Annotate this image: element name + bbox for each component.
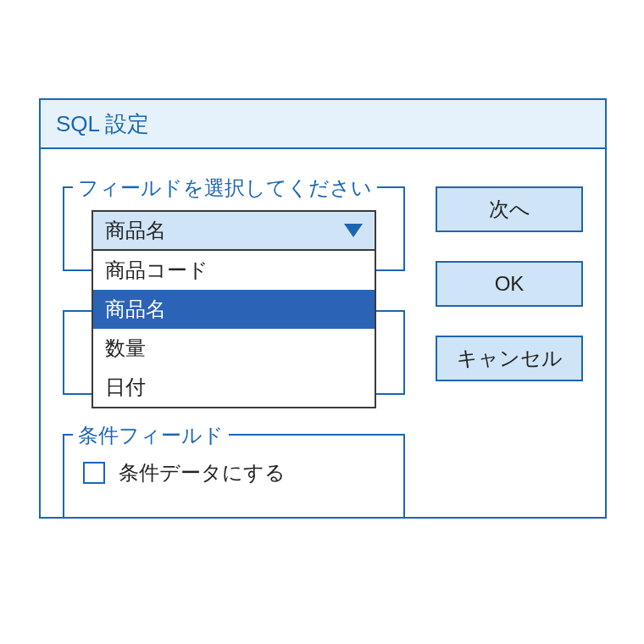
next-button-label: 次へ [489,196,530,223]
ok-button-label: OK [495,272,525,296]
field-option-1[interactable]: 商品名 [93,290,375,329]
field-option-label: 日付 [105,374,146,401]
chevron-down-icon [344,224,363,237]
field-select-dropdown[interactable]: 商品コード 商品名 数量 日付 [92,251,376,408]
stage: SQL 設定 フィールドを選択してください 条件フィールド 条件データにする 商… [0,0,644,644]
fieldset-condition-legend: 条件フィールド [73,422,229,449]
dialog-body: フィールドを選択してください 条件フィールド 条件データにする 商品名 商品コー… [41,149,605,517]
condition-checkbox-row[interactable]: 条件データにする [83,459,286,486]
field-option-label: 商品名 [105,296,166,323]
dialog-titlebar: SQL 設定 [41,100,605,149]
fieldset-condition-field: 条件フィールド 条件データにする [63,434,405,519]
field-select-value: 商品名 [105,217,166,244]
condition-checkbox-label: 条件データにする [119,459,286,486]
dialog-title: SQL 設定 [56,109,149,139]
cancel-button[interactable]: キャンセル [436,336,583,381]
field-option-2[interactable]: 数量 [93,329,375,368]
condition-checkbox[interactable] [83,462,105,484]
field-option-label: 数量 [105,335,146,362]
sql-settings-dialog: SQL 設定 フィールドを選択してください 条件フィールド 条件データにする 商… [39,98,607,519]
fieldset-select-field-legend: フィールドを選択してください [73,175,377,202]
field-option-3[interactable]: 日付 [93,368,375,407]
next-button[interactable]: 次へ [436,186,583,232]
cancel-button-label: キャンセル [457,345,563,372]
ok-button[interactable]: OK [436,261,583,307]
field-select[interactable]: 商品名 [92,210,376,251]
field-option-label: 商品コード [105,257,208,284]
field-option-0[interactable]: 商品コード [93,251,375,290]
